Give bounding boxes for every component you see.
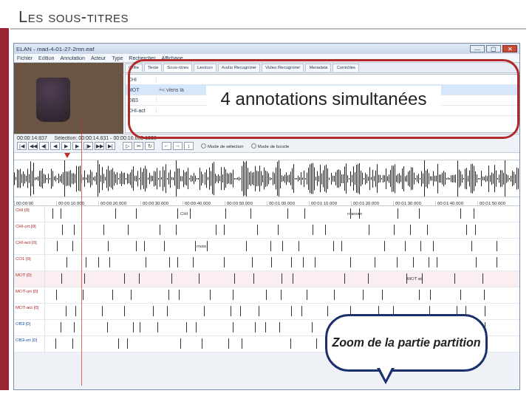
annotation-segment[interactable]: [313, 225, 326, 235]
annotation-segment[interactable]: [177, 257, 194, 267]
time-ruler[interactable]: 00:00:00 00:00:10.000 00:00:20.000 00:00…: [14, 197, 519, 206]
annotation-segment[interactable]: [160, 225, 177, 235]
annotation-segment[interactable]: [52, 208, 61, 219]
annotation-segment[interactable]: [168, 290, 180, 300]
play-selection-button[interactable]: ▷: [123, 142, 132, 150]
prev-seg-button[interactable]: ◀◀: [28, 142, 38, 150]
maximize-button[interactable]: ▢: [486, 45, 501, 52]
annotation-segment[interactable]: [246, 241, 271, 251]
annotation-segment[interactable]: [282, 273, 293, 284]
waveform[interactable]: [14, 160, 519, 197]
annotation-segment[interactable]: [476, 257, 497, 267]
annotation-segment[interactable]: [344, 273, 369, 284]
annotation-segment[interactable]: [118, 338, 128, 349]
tier-row[interactable]: CHI-act [0]mots: [14, 239, 519, 255]
annotation-segment[interactable]: [115, 208, 137, 219]
annotation-segment[interactable]: [460, 290, 485, 300]
annotation-segment[interactable]: [180, 338, 202, 349]
annotation-segment[interactable]: [66, 257, 86, 267]
annotation-segment[interactable]: [410, 225, 428, 235]
sel-right-button[interactable]: →: [173, 142, 183, 150]
annotation-segment[interactable]: [333, 241, 342, 251]
annotation-segment[interactable]: [108, 241, 137, 251]
tier-body[interactable]: MOT et: [45, 271, 519, 287]
go-end-button[interactable]: ▶|: [106, 142, 115, 150]
annotation-segment[interactable]: [112, 290, 132, 300]
step-back-button[interactable]: ◀|: [39, 142, 49, 150]
annotation-segment[interactable]: [102, 306, 125, 316]
annotation-segment[interactable]: [291, 306, 302, 316]
step-fwd-button[interactable]: |▶: [83, 142, 93, 150]
tier-row[interactable]: CHI-ort [0]: [14, 222, 519, 239]
next-seg-button[interactable]: ▶▶: [95, 142, 104, 150]
annotation-segment[interactable]: [460, 208, 474, 219]
annotation-segment[interactable]: [257, 225, 279, 235]
tier-body[interactable]: [45, 222, 519, 238]
time-ruler-top[interactable]: [14, 153, 519, 160]
annotation-segment[interactable]: [454, 273, 483, 284]
go-start-button[interactable]: |◀: [17, 142, 27, 150]
minimize-button[interactable]: —: [470, 45, 485, 52]
annotation-segment[interactable]: [56, 290, 83, 300]
annotation-segment[interactable]: [429, 257, 437, 267]
annotation-segment[interactable]: [204, 306, 231, 316]
frame-back-button[interactable]: ◀: [50, 142, 60, 150]
clear-selection-button[interactable]: ✂: [134, 142, 143, 150]
tier-body[interactable]: [45, 287, 519, 303]
annotation-segment[interactable]: [66, 306, 76, 316]
annotation-segment[interactable]: [420, 241, 434, 251]
sel-shrink-button[interactable]: ↕: [184, 142, 194, 150]
annotation-segment[interactable]: [124, 273, 140, 284]
annotation-segment[interactable]: [234, 273, 254, 284]
annotation-segment[interactable]: [61, 322, 75, 332]
annotation-segment[interactable]: [307, 290, 335, 300]
annotation-segment[interactable]: mots: [195, 241, 208, 251]
tier-row[interactable]: MOT-ort [0]: [14, 287, 519, 304]
annotation-segment[interactable]: [282, 241, 299, 251]
annotation-segment[interactable]: [216, 225, 225, 235]
annotation-segment[interactable]: [225, 208, 251, 219]
menu-type[interactable]: Type: [112, 55, 123, 61]
tier-row[interactable]: MOT [0]MOT et: [14, 271, 519, 287]
tier-body[interactable]: mots: [45, 239, 519, 254]
video-preview[interactable]: [14, 63, 123, 134]
annotation-segment[interactable]: [369, 225, 395, 235]
annotation-segment[interactable]: [57, 241, 73, 251]
mode-loop[interactable]: Mode de boucle: [251, 143, 290, 149]
tier-row[interactable]: CHI [0]CHImaman: [14, 206, 519, 222]
menu-file[interactable]: Fichier: [17, 55, 33, 61]
annotation-segment[interactable]: [107, 322, 134, 332]
annotation-segment[interactable]: [266, 290, 282, 300]
tier-body[interactable]: CHImaman: [45, 206, 519, 222]
annotation-segment[interactable]: [397, 257, 414, 267]
annotation-segment[interactable]: maman: [350, 208, 360, 219]
play-button[interactable]: ▶: [61, 142, 71, 150]
annotation-segment[interactable]: [144, 241, 165, 251]
annotation-segment[interactable]: [233, 322, 256, 332]
annotation-segment[interactable]: [62, 225, 75, 235]
annotation-segment[interactable]: [290, 338, 317, 349]
annotation-segment[interactable]: [287, 208, 305, 219]
annotation-segment[interactable]: [466, 225, 476, 235]
annotation-segment[interactable]: [363, 290, 383, 300]
annotation-segment[interactable]: [265, 322, 280, 332]
annotation-segment[interactable]: [228, 338, 242, 349]
annotation-segment[interactable]: [171, 273, 200, 284]
sel-left-button[interactable]: ←: [162, 142, 171, 150]
close-button[interactable]: ✕: [502, 45, 517, 52]
annotation-segment[interactable]: [384, 241, 406, 251]
annotation-segment[interactable]: [471, 241, 497, 251]
annotation-segment[interactable]: MOT et: [406, 273, 423, 284]
annotation-segment[interactable]: [98, 257, 110, 267]
annotation-segment[interactable]: [303, 257, 316, 267]
annotation-segment[interactable]: [55, 338, 73, 349]
mode-selection[interactable]: Mode de sélection: [201, 143, 244, 149]
annotation-segment[interactable]: [153, 306, 168, 316]
tier-body[interactable]: [45, 255, 519, 270]
annotation-segment[interactable]: [186, 322, 197, 332]
annotation-segment[interactable]: [224, 257, 253, 267]
annotation-segment[interactable]: [103, 225, 129, 235]
annotation-segment[interactable]: [350, 257, 375, 267]
menu-edit[interactable]: Edition: [38, 55, 54, 61]
annotation-segment[interactable]: [140, 322, 158, 332]
